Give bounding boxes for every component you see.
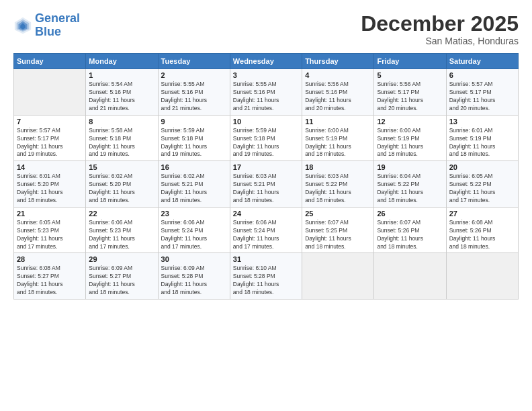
calendar-cell: 11Sunrise: 6:00 AMSunset: 5:19 PMDayligh… xyxy=(302,115,374,161)
day-info: Sunrise: 5:55 AMSunset: 5:16 PMDaylight:… xyxy=(161,81,227,113)
calendar-cell: 26Sunrise: 6:07 AMSunset: 5:26 PMDayligh… xyxy=(374,207,446,253)
day-number: 28 xyxy=(17,255,83,263)
day-info: Sunrise: 6:00 AMSunset: 5:19 PMDaylight:… xyxy=(305,127,371,159)
calendar-week-3: 21Sunrise: 6:05 AMSunset: 5:23 PMDayligh… xyxy=(14,207,519,253)
month-title: December 2025 xyxy=(361,12,519,36)
day-number: 8 xyxy=(89,118,154,126)
day-number: 11 xyxy=(305,118,371,126)
calendar-week-2: 14Sunrise: 6:01 AMSunset: 5:20 PMDayligh… xyxy=(14,161,519,208)
day-info: Sunrise: 6:05 AMSunset: 5:23 PMDaylight:… xyxy=(17,219,83,251)
day-info: Sunrise: 5:57 AMSunset: 5:17 PMDaylight:… xyxy=(449,81,515,113)
calendar-cell: 30Sunrise: 6:09 AMSunset: 5:28 PMDayligh… xyxy=(158,253,230,300)
day-info: Sunrise: 6:03 AMSunset: 5:22 PMDaylight:… xyxy=(305,173,371,205)
day-info: Sunrise: 6:06 AMSunset: 5:24 PMDaylight:… xyxy=(233,219,299,251)
calendar-cell: 16Sunrise: 6:02 AMSunset: 5:21 PMDayligh… xyxy=(158,161,230,208)
calendar-cell xyxy=(14,69,86,116)
day-number: 7 xyxy=(17,118,83,126)
logo-icon xyxy=(13,16,32,35)
day-number: 16 xyxy=(161,163,227,171)
day-info: Sunrise: 6:08 AMSunset: 5:27 PMDaylight:… xyxy=(17,265,83,297)
calendar-cell: 25Sunrise: 6:07 AMSunset: 5:25 PMDayligh… xyxy=(302,207,374,253)
col-saturday: Saturday xyxy=(446,54,518,69)
day-number: 2 xyxy=(161,71,227,79)
logo-line2: Blue xyxy=(35,25,61,38)
calendar-cell: 21Sunrise: 6:05 AMSunset: 5:23 PMDayligh… xyxy=(14,207,86,253)
calendar-cell: 18Sunrise: 6:03 AMSunset: 5:22 PMDayligh… xyxy=(302,161,374,208)
day-number: 18 xyxy=(305,163,371,171)
day-info: Sunrise: 6:06 AMSunset: 5:23 PMDaylight:… xyxy=(89,219,154,251)
day-number: 29 xyxy=(89,255,154,263)
day-info: Sunrise: 6:08 AMSunset: 5:26 PMDaylight:… xyxy=(449,219,515,251)
calendar-cell: 28Sunrise: 6:08 AMSunset: 5:27 PMDayligh… xyxy=(14,253,86,300)
col-tuesday: Tuesday xyxy=(158,54,230,69)
day-info: Sunrise: 6:05 AMSunset: 5:22 PMDaylight:… xyxy=(449,173,515,205)
calendar-cell: 7Sunrise: 5:57 AMSunset: 5:17 PMDaylight… xyxy=(14,115,86,161)
calendar-cell: 17Sunrise: 6:03 AMSunset: 5:21 PMDayligh… xyxy=(230,161,302,208)
calendar-cell: 29Sunrise: 6:09 AMSunset: 5:27 PMDayligh… xyxy=(86,253,158,300)
page: General Blue December 2025 San Matias, H… xyxy=(0,0,532,411)
day-info: Sunrise: 6:10 AMSunset: 5:28 PMDaylight:… xyxy=(233,265,299,297)
calendar-cell: 22Sunrise: 6:06 AMSunset: 5:23 PMDayligh… xyxy=(86,207,158,253)
day-number: 19 xyxy=(377,163,443,171)
calendar-cell xyxy=(302,253,374,300)
calendar-cell: 5Sunrise: 5:56 AMSunset: 5:17 PMDaylight… xyxy=(374,69,446,116)
day-info: Sunrise: 5:58 AMSunset: 5:18 PMDaylight:… xyxy=(89,127,154,159)
calendar-cell: 2Sunrise: 5:55 AMSunset: 5:16 PMDaylight… xyxy=(158,69,230,116)
logo: General Blue xyxy=(13,12,80,39)
location-subtitle: San Matias, Honduras xyxy=(361,36,519,46)
day-number: 30 xyxy=(161,255,227,263)
weekday-header-row: Sunday Monday Tuesday Wednesday Thursday… xyxy=(14,54,519,69)
day-info: Sunrise: 6:09 AMSunset: 5:28 PMDaylight:… xyxy=(161,265,227,297)
day-number: 5 xyxy=(377,71,443,79)
day-number: 25 xyxy=(305,210,371,218)
col-monday: Monday xyxy=(86,54,158,69)
calendar-cell: 6Sunrise: 5:57 AMSunset: 5:17 PMDaylight… xyxy=(446,69,518,116)
day-info: Sunrise: 5:56 AMSunset: 5:17 PMDaylight:… xyxy=(377,81,443,113)
day-number: 17 xyxy=(233,163,299,171)
calendar-cell: 27Sunrise: 6:08 AMSunset: 5:26 PMDayligh… xyxy=(446,207,518,253)
day-number: 1 xyxy=(89,71,154,79)
day-number: 12 xyxy=(377,118,443,126)
calendar-cell: 12Sunrise: 6:00 AMSunset: 5:19 PMDayligh… xyxy=(374,115,446,161)
day-info: Sunrise: 6:00 AMSunset: 5:19 PMDaylight:… xyxy=(377,127,443,159)
calendar-cell: 3Sunrise: 5:55 AMSunset: 5:16 PMDaylight… xyxy=(230,69,302,116)
day-number: 20 xyxy=(449,163,515,171)
day-number: 26 xyxy=(377,210,443,218)
day-info: Sunrise: 6:09 AMSunset: 5:27 PMDaylight:… xyxy=(89,265,154,297)
day-number: 6 xyxy=(449,71,515,79)
calendar-cell: 24Sunrise: 6:06 AMSunset: 5:24 PMDayligh… xyxy=(230,207,302,253)
day-number: 31 xyxy=(233,255,299,263)
calendar-week-1: 7Sunrise: 5:57 AMSunset: 5:17 PMDaylight… xyxy=(14,115,519,161)
day-info: Sunrise: 6:07 AMSunset: 5:25 PMDaylight:… xyxy=(305,219,371,251)
day-info: Sunrise: 6:07 AMSunset: 5:26 PMDaylight:… xyxy=(377,219,443,251)
col-wednesday: Wednesday xyxy=(230,54,302,69)
calendar-body: 1Sunrise: 5:54 AMSunset: 5:16 PMDaylight… xyxy=(14,69,519,300)
day-number: 23 xyxy=(161,210,227,218)
header: General Blue December 2025 San Matias, H… xyxy=(13,12,519,46)
col-friday: Friday xyxy=(374,54,446,69)
calendar-cell: 8Sunrise: 5:58 AMSunset: 5:18 PMDaylight… xyxy=(86,115,158,161)
day-info: Sunrise: 5:59 AMSunset: 5:18 PMDaylight:… xyxy=(161,127,227,159)
day-info: Sunrise: 5:54 AMSunset: 5:16 PMDaylight:… xyxy=(89,81,154,113)
day-number: 3 xyxy=(233,71,299,79)
calendar-cell: 10Sunrise: 5:59 AMSunset: 5:18 PMDayligh… xyxy=(230,115,302,161)
calendar-cell: 23Sunrise: 6:06 AMSunset: 5:24 PMDayligh… xyxy=(158,207,230,253)
day-info: Sunrise: 5:55 AMSunset: 5:16 PMDaylight:… xyxy=(233,81,299,113)
col-thursday: Thursday xyxy=(302,54,374,69)
day-info: Sunrise: 6:03 AMSunset: 5:21 PMDaylight:… xyxy=(233,173,299,205)
logo-line1: General xyxy=(35,11,80,25)
calendar-week-4: 28Sunrise: 6:08 AMSunset: 5:27 PMDayligh… xyxy=(14,253,519,300)
calendar-week-0: 1Sunrise: 5:54 AMSunset: 5:16 PMDaylight… xyxy=(14,69,519,116)
calendar-cell: 14Sunrise: 6:01 AMSunset: 5:20 PMDayligh… xyxy=(14,161,86,208)
calendar-cell: 13Sunrise: 6:01 AMSunset: 5:19 PMDayligh… xyxy=(446,115,518,161)
day-info: Sunrise: 6:01 AMSunset: 5:20 PMDaylight:… xyxy=(17,173,83,205)
day-number: 24 xyxy=(233,210,299,218)
title-block: December 2025 San Matias, Honduras xyxy=(361,12,519,46)
calendar-cell: 4Sunrise: 5:56 AMSunset: 5:16 PMDaylight… xyxy=(302,69,374,116)
calendar-cell: 20Sunrise: 6:05 AMSunset: 5:22 PMDayligh… xyxy=(446,161,518,208)
calendar-cell xyxy=(374,253,446,300)
day-info: Sunrise: 6:02 AMSunset: 5:20 PMDaylight:… xyxy=(89,173,154,205)
calendar-cell: 31Sunrise: 6:10 AMSunset: 5:28 PMDayligh… xyxy=(230,253,302,300)
calendar-cell: 15Sunrise: 6:02 AMSunset: 5:20 PMDayligh… xyxy=(86,161,158,208)
calendar-cell: 19Sunrise: 6:04 AMSunset: 5:22 PMDayligh… xyxy=(374,161,446,208)
